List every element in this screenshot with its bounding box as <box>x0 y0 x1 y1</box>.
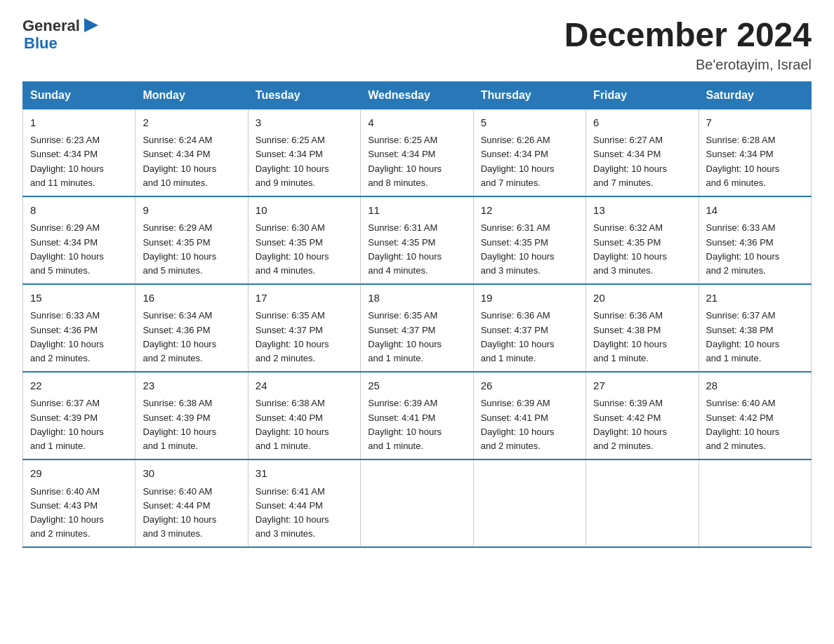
calendar-day-cell: 31 Sunrise: 6:41 AM Sunset: 4:44 PM Dayl… <box>248 459 360 547</box>
calendar-day-cell: 3 Sunrise: 6:25 AM Sunset: 4:34 PM Dayli… <box>248 109 360 196</box>
day-number: 5 <box>481 115 578 131</box>
day-number: 22 <box>30 378 128 394</box>
day-info: Sunrise: 6:31 AM Sunset: 4:35 PM Dayligh… <box>481 221 578 278</box>
day-info: Sunrise: 6:41 AM Sunset: 4:44 PM Dayligh… <box>256 485 353 542</box>
day-of-week-header: Wednesday <box>361 81 473 109</box>
day-number: 18 <box>368 290 465 307</box>
calendar-day-cell: 28 Sunrise: 6:40 AM Sunset: 4:42 PM Dayl… <box>699 372 811 459</box>
day-info: Sunrise: 6:40 AM Sunset: 4:42 PM Dayligh… <box>706 396 804 453</box>
day-of-week-header: Monday <box>135 81 248 109</box>
day-info: Sunrise: 6:29 AM Sunset: 4:35 PM Dayligh… <box>143 221 240 278</box>
svg-marker-0 <box>84 18 98 32</box>
day-number: 29 <box>30 466 128 482</box>
calendar-week-row: 1 Sunrise: 6:23 AM Sunset: 4:34 PM Dayli… <box>23 109 812 196</box>
day-number: 19 <box>481 290 578 307</box>
day-info: Sunrise: 6:25 AM Sunset: 4:34 PM Dayligh… <box>368 133 465 190</box>
day-info: Sunrise: 6:33 AM Sunset: 4:36 PM Dayligh… <box>706 221 804 278</box>
calendar-day-cell: 9 Sunrise: 6:29 AM Sunset: 4:35 PM Dayli… <box>135 196 248 284</box>
logo-blue-text: Blue <box>24 35 101 52</box>
calendar-week-row: 15 Sunrise: 6:33 AM Sunset: 4:36 PM Dayl… <box>23 284 812 372</box>
day-info: Sunrise: 6:33 AM Sunset: 4:36 PM Dayligh… <box>30 309 128 365</box>
calendar-day-cell: 8 Sunrise: 6:29 AM Sunset: 4:34 PM Dayli… <box>23 196 135 284</box>
day-number: 26 <box>481 378 578 394</box>
calendar-day-cell: 2 Sunrise: 6:24 AM Sunset: 4:34 PM Dayli… <box>135 109 248 196</box>
calendar-day-cell: 23 Sunrise: 6:38 AM Sunset: 4:39 PM Dayl… <box>135 372 248 459</box>
calendar-week-row: 29 Sunrise: 6:40 AM Sunset: 4:43 PM Dayl… <box>23 459 812 547</box>
title-block: December 2024 Be'erotayim, Israel <box>564 17 812 73</box>
day-number: 16 <box>143 290 240 307</box>
calendar-day-cell: 18 Sunrise: 6:35 AM Sunset: 4:37 PM Dayl… <box>361 284 473 372</box>
calendar-day-cell: 10 Sunrise: 6:30 AM Sunset: 4:35 PM Dayl… <box>248 196 360 284</box>
calendar-day-cell: 13 Sunrise: 6:32 AM Sunset: 4:35 PM Dayl… <box>586 196 699 284</box>
day-number: 2 <box>143 115 240 131</box>
header-row: SundayMondayTuesdayWednesdayThursdayFrid… <box>23 81 812 109</box>
calendar-day-cell: 15 Sunrise: 6:33 AM Sunset: 4:36 PM Dayl… <box>23 284 135 372</box>
day-info: Sunrise: 6:39 AM Sunset: 4:41 PM Dayligh… <box>481 396 578 453</box>
day-of-week-header: Thursday <box>473 81 585 109</box>
day-number: 12 <box>481 203 578 219</box>
day-number: 15 <box>30 290 128 307</box>
calendar-day-cell: 7 Sunrise: 6:28 AM Sunset: 4:34 PM Dayli… <box>699 109 811 196</box>
day-number: 1 <box>30 115 128 131</box>
day-of-week-header: Saturday <box>699 81 811 109</box>
calendar-day-cell: 25 Sunrise: 6:39 AM Sunset: 4:41 PM Dayl… <box>361 372 473 459</box>
calendar-day-cell <box>699 459 811 547</box>
day-info: Sunrise: 6:37 AM Sunset: 4:39 PM Dayligh… <box>30 396 128 453</box>
day-number: 28 <box>706 378 804 394</box>
day-info: Sunrise: 6:28 AM Sunset: 4:34 PM Dayligh… <box>706 133 804 190</box>
day-number: 20 <box>593 290 691 307</box>
day-info: Sunrise: 6:38 AM Sunset: 4:40 PM Dayligh… <box>256 396 353 453</box>
day-info: Sunrise: 6:38 AM Sunset: 4:39 PM Dayligh… <box>143 396 240 453</box>
day-number: 4 <box>368 115 465 131</box>
day-number: 14 <box>706 203 804 219</box>
calendar-day-cell: 4 Sunrise: 6:25 AM Sunset: 4:34 PM Dayli… <box>361 109 473 196</box>
day-number: 21 <box>706 290 804 307</box>
calendar-week-row: 8 Sunrise: 6:29 AM Sunset: 4:34 PM Dayli… <box>23 196 812 284</box>
calendar-day-cell: 12 Sunrise: 6:31 AM Sunset: 4:35 PM Dayl… <box>473 196 585 284</box>
day-number: 6 <box>593 115 691 131</box>
calendar-day-cell: 6 Sunrise: 6:27 AM Sunset: 4:34 PM Dayli… <box>586 109 699 196</box>
day-info: Sunrise: 6:29 AM Sunset: 4:34 PM Dayligh… <box>30 221 128 278</box>
calendar-day-cell <box>361 459 473 547</box>
calendar-day-cell: 21 Sunrise: 6:37 AM Sunset: 4:38 PM Dayl… <box>699 284 811 372</box>
day-number: 17 <box>256 290 353 307</box>
calendar-day-cell <box>586 459 699 547</box>
page-header: General Blue December 2024 Be'erotayim, … <box>22 17 812 73</box>
day-info: Sunrise: 6:39 AM Sunset: 4:41 PM Dayligh… <box>368 396 465 453</box>
day-number: 27 <box>593 378 691 394</box>
calendar-day-cell: 16 Sunrise: 6:34 AM Sunset: 4:36 PM Dayl… <box>135 284 248 372</box>
day-info: Sunrise: 6:35 AM Sunset: 4:37 PM Dayligh… <box>256 309 353 365</box>
day-info: Sunrise: 6:31 AM Sunset: 4:35 PM Dayligh… <box>368 221 465 278</box>
calendar-day-cell: 26 Sunrise: 6:39 AM Sunset: 4:41 PM Dayl… <box>473 372 585 459</box>
day-number: 9 <box>143 203 240 219</box>
calendar-day-cell: 29 Sunrise: 6:40 AM Sunset: 4:43 PM Dayl… <box>23 459 135 547</box>
calendar-day-cell: 27 Sunrise: 6:39 AM Sunset: 4:42 PM Dayl… <box>586 372 699 459</box>
day-number: 11 <box>368 203 465 219</box>
day-info: Sunrise: 6:27 AM Sunset: 4:34 PM Dayligh… <box>593 133 691 190</box>
day-info: Sunrise: 6:35 AM Sunset: 4:37 PM Dayligh… <box>368 309 465 365</box>
calendar-day-cell: 22 Sunrise: 6:37 AM Sunset: 4:39 PM Dayl… <box>23 372 135 459</box>
day-of-week-header: Tuesday <box>248 81 360 109</box>
day-info: Sunrise: 6:25 AM Sunset: 4:34 PM Dayligh… <box>256 133 353 190</box>
day-info: Sunrise: 6:23 AM Sunset: 4:34 PM Dayligh… <box>30 133 128 190</box>
day-of-week-header: Friday <box>586 81 699 109</box>
calendar-day-cell <box>473 459 585 547</box>
calendar-day-cell: 24 Sunrise: 6:38 AM Sunset: 4:40 PM Dayl… <box>248 372 360 459</box>
day-info: Sunrise: 6:24 AM Sunset: 4:34 PM Dayligh… <box>143 133 240 190</box>
calendar-day-cell: 11 Sunrise: 6:31 AM Sunset: 4:35 PM Dayl… <box>361 196 473 284</box>
day-number: 23 <box>143 378 240 394</box>
day-number: 30 <box>143 466 240 482</box>
calendar-day-cell: 30 Sunrise: 6:40 AM Sunset: 4:44 PM Dayl… <box>135 459 248 547</box>
logo: General Blue <box>22 17 101 52</box>
day-number: 25 <box>368 378 465 394</box>
logo-general-text: General <box>22 18 80 34</box>
location-title: Be'erotayim, Israel <box>564 57 812 73</box>
day-info: Sunrise: 6:30 AM Sunset: 4:35 PM Dayligh… <box>256 221 353 278</box>
day-info: Sunrise: 6:26 AM Sunset: 4:34 PM Dayligh… <box>481 133 578 190</box>
logo-triangle-icon <box>81 15 101 35</box>
calendar-table: SundayMondayTuesdayWednesdayThursdayFrid… <box>22 81 812 548</box>
day-info: Sunrise: 6:32 AM Sunset: 4:35 PM Dayligh… <box>593 221 691 278</box>
calendar-day-cell: 5 Sunrise: 6:26 AM Sunset: 4:34 PM Dayli… <box>473 109 585 196</box>
calendar-day-cell: 20 Sunrise: 6:36 AM Sunset: 4:38 PM Dayl… <box>586 284 699 372</box>
day-number: 10 <box>256 203 353 219</box>
